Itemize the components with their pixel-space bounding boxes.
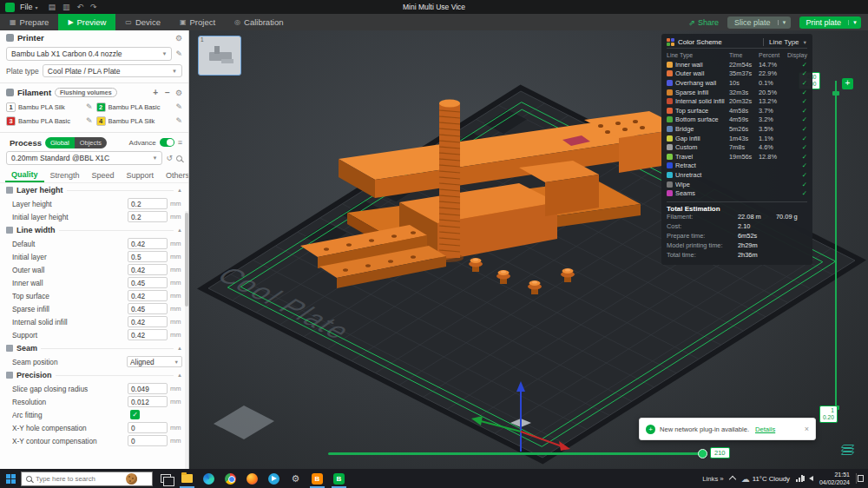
viewport-3d[interactable]: Cool Plate [189, 30, 868, 469]
search-settings-icon[interactable] [176, 155, 182, 162]
param-input[interactable]: 0.42 [128, 329, 168, 340]
chrome-button[interactable] [220, 469, 241, 488]
filament-slot[interactable]: 1 Bambu PLA Silk ✎ [6, 101, 93, 113]
display-check-icon[interactable]: ✓ [786, 181, 807, 188]
bambu-handy-button[interactable]: B [306, 469, 328, 488]
display-check-icon[interactable]: ✓ [786, 97, 807, 105]
tab-prepare[interactable]: ▦ Prepare [0, 14, 58, 30]
volume-icon[interactable] [809, 476, 813, 481]
taskbar-clock[interactable]: 21:51 04/02/2024 [819, 471, 850, 486]
section-line-width[interactable]: Line width ▲ [0, 223, 188, 237]
filament-settings-gear-icon[interactable]: ⚙ [175, 89, 182, 97]
taskbar-search[interactable] [21, 472, 153, 486]
new-project-icon[interactable]: ▤ [49, 3, 56, 11]
move-slider[interactable] [328, 452, 703, 455]
tab-calibration[interactable]: ◎ Calibration [225, 14, 293, 30]
section-seam[interactable]: Seam ▲ [0, 341, 188, 355]
file-menu[interactable]: File [20, 3, 33, 11]
layer-slider-upper-handle[interactable] [832, 91, 839, 96]
move-slider-handle[interactable] [698, 449, 707, 458]
plate-thumbnail[interactable]: 1 [198, 36, 241, 76]
line-type-dropdown[interactable]: Line Type ▼ [769, 38, 807, 46]
process-scope-toggle[interactable]: Global Objects [45, 137, 107, 148]
undo-icon[interactable]: ↶ [77, 3, 84, 11]
tab-preview[interactable]: ▶ Preview [58, 14, 115, 30]
param-input[interactable]: 0.45 [128, 303, 168, 314]
display-check-icon[interactable]: ✓ [786, 135, 807, 142]
display-check-icon[interactable]: ✓ [786, 107, 807, 115]
display-check-icon[interactable]: ✓ [786, 189, 807, 197]
section-precision[interactable]: Precision ▲ [0, 368, 188, 382]
display-check-icon[interactable]: ✓ [786, 153, 807, 161]
display-check-icon[interactable]: ✓ [786, 125, 807, 133]
plate-type-select[interactable]: Cool Plate / PLA Plate ▼ [43, 64, 182, 77]
telegram-button[interactable] [263, 469, 285, 488]
display-check-icon[interactable]: ✓ [786, 69, 807, 77]
remove-filament-button[interactable]: − [165, 88, 170, 97]
edit-filament-icon[interactable]: ✎ [86, 116, 93, 125]
start-button[interactable] [0, 469, 21, 488]
file-explorer-button[interactable] [176, 469, 198, 488]
slice-plate-button[interactable]: Slice plate ▼ [727, 16, 790, 29]
param-input[interactable]: 0 [128, 422, 168, 433]
edit-filament-icon[interactable]: ✎ [175, 116, 182, 125]
action-center-button[interactable] [856, 473, 865, 484]
param-input[interactable]: 0 [128, 435, 168, 446]
layer-slider[interactable] [835, 81, 837, 410]
display-check-icon[interactable]: ✓ [786, 89, 807, 96]
collapse-icon[interactable]: ▲ [177, 188, 182, 193]
display-check-icon[interactable]: ✓ [786, 115, 807, 123]
print-dropdown-icon[interactable]: ▼ [848, 20, 861, 25]
settings-button[interactable]: ⚙ [285, 469, 306, 488]
param-input[interactable]: 0.2 [128, 211, 168, 222]
cookie-icon[interactable] [126, 473, 137, 485]
collapse-icon[interactable]: ▲ [177, 228, 182, 233]
flushing-volumes-button[interactable]: Flushing volumes [55, 88, 117, 97]
edit-printer-icon[interactable]: ✎ [175, 49, 182, 58]
firefox-button[interactable] [241, 469, 263, 488]
tab-support[interactable]: Support [121, 168, 161, 182]
filament-slot[interactable]: 4 Bambu PLA Silk ✎ [96, 115, 183, 127]
collapse-icon[interactable]: ▲ [177, 373, 182, 378]
slice-dropdown-icon[interactable]: ▼ [778, 20, 791, 25]
tab-speed[interactable]: Speed [86, 168, 121, 182]
param-input[interactable]: 0.45 [128, 277, 168, 288]
param-input[interactable]: 0.42 [128, 316, 168, 327]
add-filament-button[interactable]: + [153, 88, 158, 97]
collapse-icon[interactable]: ▲ [177, 346, 182, 351]
tab-quality[interactable]: Quality [5, 168, 44, 182]
display-check-icon[interactable]: ✓ [786, 79, 807, 87]
filament-slot[interactable]: 3 Bambu PLA Basic ✎ [6, 115, 93, 127]
links-toolbar[interactable]: Links » [702, 475, 724, 483]
param-input[interactable]: 0.42 [128, 264, 168, 275]
arc-fitting-checkbox[interactable]: ✓ [130, 410, 140, 419]
task-view-button[interactable] [155, 469, 176, 488]
param-input[interactable]: 0.049 [128, 383, 168, 394]
advance-toggle[interactable] [160, 138, 174, 147]
param-input[interactable]: 0.012 [128, 396, 168, 407]
tray-expand-icon[interactable] [728, 476, 735, 483]
compare-presets-icon[interactable]: ≡ [178, 138, 182, 147]
reset-preset-icon[interactable]: ↺ [166, 154, 173, 162]
section-layer-height[interactable]: Layer height ▲ [0, 183, 188, 197]
seam-position-select[interactable]: Aligned ▼ [127, 356, 182, 367]
layers-stack-icon[interactable] [841, 444, 855, 458]
param-input[interactable]: 0.2 [128, 198, 168, 209]
print-plate-button[interactable]: Print plate ▼ [799, 16, 861, 29]
display-check-icon[interactable]: ✓ [786, 162, 807, 169]
tab-device[interactable]: ▭ Device [115, 14, 170, 30]
display-check-icon[interactable]: ✓ [786, 61, 807, 69]
filament-slot[interactable]: 2 Bambu PLA Basic ✎ [96, 101, 183, 113]
redo-icon[interactable]: ↷ [90, 3, 97, 11]
tab-strength[interactable]: Strength [44, 168, 86, 182]
share-button[interactable]: ⇗ Share [688, 18, 719, 27]
printer-select[interactable]: Bambu Lab X1 Carbon 0.4 nozzle ▼ [6, 47, 172, 61]
display-check-icon[interactable]: ✓ [786, 171, 807, 179]
bambu-studio-button[interactable]: B [328, 469, 350, 488]
details-link[interactable]: Details [755, 425, 775, 433]
tab-others[interactable]: Others [160, 168, 189, 182]
process-preset-select[interactable]: 0.20mm Standard @BBL X1C ▼ [6, 151, 162, 165]
sidebar-scrollbar[interactable] [185, 211, 188, 469]
close-toast-icon[interactable]: × [805, 425, 809, 433]
printer-settings-gear-icon[interactable]: ⚙ [175, 34, 182, 43]
